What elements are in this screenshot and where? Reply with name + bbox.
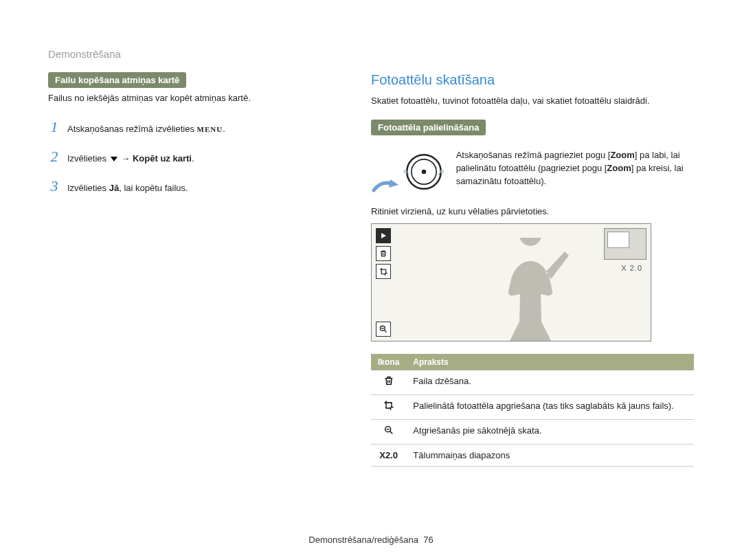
step3-pre: Izvēlieties <box>67 183 109 193</box>
page-footer: Demonstrēšana/rediģēšana 76 <box>308 535 433 545</box>
svg-text:🔍: 🔍 <box>403 169 409 175</box>
table-header-row: Ikona Apraksts <box>371 354 694 370</box>
th-icon: Ikona <box>371 354 406 370</box>
play-icon <box>376 228 391 243</box>
rotate-arrow-icon <box>371 179 398 193</box>
steps-list: 1 Atskaņošanas režīmā izvēlieties MENU. … <box>48 117 350 197</box>
svg-marker-6 <box>381 233 386 238</box>
zoom-b1: Zoom <box>610 150 634 160</box>
step-number: 1 <box>48 117 60 138</box>
svg-text:🔎: 🔎 <box>438 169 445 175</box>
th-desc: Apraksts <box>406 354 694 370</box>
magnify-icon <box>371 419 406 444</box>
section-head-zoom: Fotoattēla palielināšana <box>371 120 486 135</box>
zoom-level-label: X 2.0 <box>621 264 642 272</box>
step-number: 3 <box>48 176 60 197</box>
table-row: X2.0 Tālummaiņas diapazons <box>371 444 694 467</box>
table-row: Atgriešanās pie sākotnējā skata. <box>371 419 694 444</box>
zoom-b2: Zoom <box>607 163 631 173</box>
magnify-out-icon <box>376 322 391 337</box>
zoom-dial-icon: 🔍 🔎 <box>401 149 447 194</box>
thumbnail-navigator <box>604 228 647 260</box>
step3-post: , lai kopētu failus. <box>119 183 188 193</box>
intro-text: Skatiet fotoattēlu, tuvinot fotoattēla d… <box>371 95 694 107</box>
section-title: Fotoattēlu skatīšana <box>371 72 694 88</box>
step-text: Atskaņošanas režīmā izvēlieties MENU. <box>67 123 350 135</box>
crop-icon <box>371 395 406 420</box>
step-text: Izvēlieties → Kopēt uz karti. <box>67 153 350 165</box>
page-number: 76 <box>423 535 433 545</box>
icons-table: Ikona Apraksts Faila dzēšana. Palielināt… <box>371 354 694 467</box>
step1-pre: Atskaņošanas režīmā izvēlieties <box>67 124 197 134</box>
row3-desc: Atgriešanās pie sākotnējā skata. <box>406 419 694 444</box>
photo-silhouette <box>482 238 578 341</box>
zoom-range-icon: X2.0 <box>371 444 406 467</box>
screen-preview: X 2.0 <box>371 223 651 341</box>
step-2: 2 Izvēlieties → Kopēt uz karti. <box>48 146 350 168</box>
zoom-dial-illustration: 🔍 🔎 <box>371 149 447 197</box>
step3-bold: Jā <box>109 183 119 193</box>
step2-post: . <box>192 153 194 164</box>
trash-icon <box>371 370 406 395</box>
svg-point-3 <box>421 170 426 175</box>
left-column: Failu kopēšana atmiņas kartē Failus no i… <box>48 72 350 467</box>
row2-desc: Palielinātā fotoattēla apgriešana (tas t… <box>406 395 694 420</box>
scroll-hint: Ritiniet virzienā, uz kuru vēlaties pārv… <box>371 206 694 216</box>
row1-desc: Faila dzēšana. <box>406 370 694 395</box>
right-column: Fotoattēlu skatīšana Skatiet fotoattēlu,… <box>371 72 694 467</box>
step2-bold: Kopēt uz karti <box>133 153 192 164</box>
step-1: 1 Atskaņošanas režīmā izvēlieties MENU. <box>48 117 350 138</box>
step-number: 2 <box>48 146 60 168</box>
section-head-copy: Failu kopēšana atmiņas kartē <box>48 72 186 88</box>
zoom-instruction-text: Atskaņošanas režīmā pagrieziet pogu [Zoo… <box>456 149 694 188</box>
svg-marker-0 <box>389 179 398 188</box>
copy-subtext: Failus no iekšējās atmiņas var kopēt atm… <box>48 92 350 104</box>
step2-sep: → <box>119 153 133 164</box>
step-3: 3 Izvēlieties Jā, lai kopētu failus. <box>48 176 350 197</box>
step1-post: . <box>223 124 225 134</box>
chevron-down-icon <box>111 157 117 161</box>
crop-icon <box>376 264 391 279</box>
menu-icon: MENU <box>197 125 223 133</box>
footer-text: Demonstrēšana/rediģēšana <box>308 535 418 545</box>
table-row: Palielinātā fotoattēla apgriešana (tas t… <box>371 395 694 420</box>
step2-pre: Izvēlieties <box>67 153 109 164</box>
zoom-a: Atskaņošanas režīmā pagrieziet pogu [ <box>456 150 611 160</box>
step-text: Izvēlieties Jā, lai kopētu failus. <box>67 182 350 194</box>
row4-desc: Tālummaiņas diapazons <box>406 444 694 467</box>
page-header: Demonstrēšana <box>48 48 694 60</box>
trash-icon <box>376 246 391 261</box>
table-row: Faila dzēšana. <box>371 370 694 395</box>
